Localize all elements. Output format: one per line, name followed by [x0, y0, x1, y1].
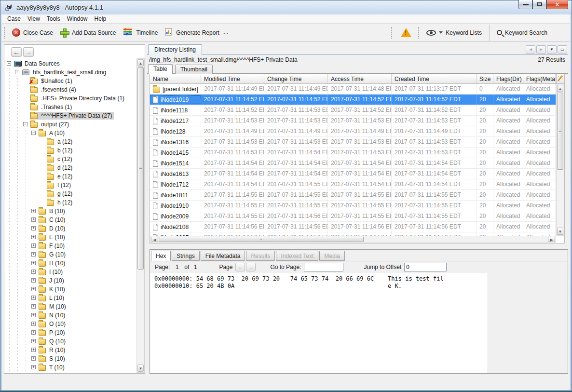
tree-item[interactable]: g (12) [5, 189, 136, 198]
expand-icon[interactable]: + [30, 242, 38, 250]
table-row[interactable]: iNode12172017-07-31 11:14:53 EDT2017-07-… [150, 116, 556, 126]
ingest-warning-button[interactable] [396, 28, 416, 37]
tree-item[interactable]: +K (10) [5, 285, 136, 294]
jump-to-offset-input[interactable] [404, 263, 447, 271]
table-vscroll-thumb[interactable] [557, 93, 563, 170]
tree-item[interactable]: +H (10) [5, 259, 136, 268]
expand-icon[interactable]: + [30, 363, 38, 372]
keyword-search-button[interactable]: Keyword Search [493, 27, 551, 38]
tree-item[interactable]: +F (10) [5, 242, 136, 250]
table-row[interactable]: iNode16132017-07-31 11:14:54 EDT2017-07-… [150, 169, 556, 179]
hex-viewer[interactable]: 0x00000000: 54 68 69 73 20 69 73 20 74 6… [150, 273, 488, 373]
tree-item[interactable]: −Data Sources [5, 59, 136, 68]
scroll-right-icon[interactable]: ▶ [548, 237, 555, 242]
tree-item[interactable]: f (12) [5, 181, 136, 189]
tab-scroll-left-button[interactable]: ◀ [526, 45, 535, 54]
expand-icon[interactable]: + [30, 268, 38, 276]
tree-item[interactable]: h (12) [5, 198, 136, 207]
tree-item[interactable]: $Unalloc (1) [5, 77, 136, 85]
tree-item[interactable]: .HFS+ Private Directory Data (1) [5, 94, 136, 103]
column-header-created-time[interactable]: Created Time [392, 74, 477, 83]
table-row[interactable]: iNode15142017-07-31 11:14:54 EDT2017-07-… [150, 158, 556, 169]
expand-icon[interactable]: + [30, 354, 38, 363]
tree-item[interactable]: .Trashes (1) [5, 103, 136, 111]
back-button[interactable]: ← [11, 47, 22, 57]
column-header-size[interactable]: Size [477, 74, 493, 83]
expand-icon[interactable]: + [30, 346, 38, 354]
timeline-button[interactable]: Timeline [119, 26, 161, 40]
scroll-up-icon[interactable]: ▲ [557, 85, 563, 92]
table-row[interactable]: iNode21082017-07-31 11:14:56 EDT2017-07-… [150, 222, 556, 232]
expand-icon[interactable]: + [30, 337, 38, 346]
table-row[interactable]: iNode13162017-07-31 11:14:53 EDT2017-07-… [150, 137, 556, 148]
tab-table[interactable]: Table [148, 64, 173, 74]
menu-tools[interactable]: Tools [43, 15, 64, 23]
add-data-source-button[interactable]: Add Data Source [56, 26, 119, 39]
tree-item[interactable]: e (12) [5, 172, 136, 181]
scroll-left-icon[interactable]: ◀ [151, 237, 158, 242]
collapse-icon[interactable]: − [30, 129, 38, 137]
tree-item[interactable]: −A (10) [5, 129, 136, 137]
title-bar[interactable]: aayy8y8y8y8y8 - Autopsy 4.1.1 [0, 0, 572, 14]
menu-case[interactable]: Case [4, 15, 24, 23]
column-header-flags-dir-[interactable]: Flags(Dir) [493, 74, 523, 83]
table-row[interactable]: iNode17122017-07-31 11:14:54 EDT2017-07-… [150, 179, 556, 190]
tree-item[interactable]: −hfs_hardlink_test_small.dmg [5, 68, 136, 77]
column-header-flags-meta-[interactable]: Flags(Meta) [523, 74, 556, 83]
table-horizontal-scrollbar[interactable]: ◀ ▶ [150, 236, 556, 243]
collapse-icon[interactable]: − [14, 68, 22, 77]
tree-item[interactable]: a (12) [5, 137, 136, 146]
expand-icon[interactable]: + [30, 216, 38, 224]
scroll-down-icon[interactable]: ▼ [557, 228, 563, 235]
tree-item[interactable]: +S (10) [5, 354, 136, 363]
table-row[interactable]: iNode14152017-07-31 11:14:53 EDT2017-07-… [150, 148, 556, 158]
menu-window[interactable]: Window [64, 15, 91, 23]
expand-icon[interactable]: + [30, 207, 38, 216]
expand-icon[interactable]: + [30, 311, 38, 320]
table-row[interactable]: [parent folder]2017-07-31 11:14:49 EDT20… [150, 84, 556, 95]
expand-icon[interactable]: + [30, 302, 38, 311]
close-button[interactable]: ✕ [546, 0, 568, 9]
tree-item[interactable]: +C (10) [5, 216, 136, 224]
tree-item[interactable]: −output (27) [5, 120, 136, 129]
tab-directory-listing[interactable]: Directory Listing [148, 44, 202, 55]
table-row[interactable]: iNode19102017-07-31 11:14:55 EDT2017-07-… [150, 201, 556, 211]
expand-icon[interactable]: + [30, 224, 38, 233]
minimize-button[interactable] [518, 0, 532, 9]
collapse-icon[interactable]: − [5, 59, 14, 68]
expand-icon[interactable]: + [30, 328, 38, 337]
tab-file-metadata[interactable]: File Metadata [201, 251, 245, 261]
expand-icon[interactable]: + [30, 285, 38, 294]
tree-item[interactable]: +E (10) [5, 233, 136, 242]
tab-scroll-right-button[interactable]: ▶ [536, 45, 546, 54]
tree-item[interactable]: +J (10) [5, 276, 136, 285]
tree-item[interactable]: +T (10) [5, 363, 136, 372]
column-header-change-time[interactable]: Change Time [264, 74, 328, 83]
scroll-down-icon[interactable]: ▼ [137, 365, 144, 372]
tree-item[interactable]: +G (10) [5, 250, 136, 259]
tree-item[interactable]: +L (10) [5, 294, 136, 302]
tab-list-dropdown-button[interactable]: ▼ [547, 45, 557, 54]
tree-item[interactable]: +D (10) [5, 224, 136, 233]
column-header-access-time[interactable]: Access Time [328, 74, 392, 83]
collapse-icon[interactable]: − [22, 120, 30, 129]
forward-button[interactable]: → [23, 47, 34, 57]
table-vertical-scrollbar[interactable]: ▲ ▼ [556, 84, 564, 236]
tree-item[interactable]: +I (10) [5, 268, 136, 276]
tree-item[interactable]: +P (10) [5, 328, 136, 337]
tree-item[interactable]: +B (10) [5, 207, 136, 216]
tree-item[interactable]: b (12) [5, 146, 136, 155]
tree-item[interactable]: +N (10) [5, 311, 136, 320]
table-row[interactable]: iNode1282017-07-31 11:14:49 EDT2017-07-3… [150, 126, 556, 137]
tab-thumbnail[interactable]: Thumbnail [175, 65, 213, 74]
tree-scroll-thumb[interactable] [137, 67, 144, 270]
tree-item[interactable]: +O (10) [5, 320, 136, 328]
tree-item[interactable]: d (12) [5, 163, 136, 172]
tab-strings[interactable]: Strings [172, 251, 199, 261]
table-row-selected[interactable]: iNode10192017-07-31 11:14:52 EDT2017-07-… [150, 95, 556, 105]
expand-icon[interactable]: + [30, 276, 38, 285]
tab-hex[interactable]: Hex [151, 251, 171, 261]
expand-icon[interactable]: + [30, 294, 38, 302]
expand-icon[interactable]: + [30, 250, 38, 259]
goto-page-input[interactable] [304, 263, 343, 271]
